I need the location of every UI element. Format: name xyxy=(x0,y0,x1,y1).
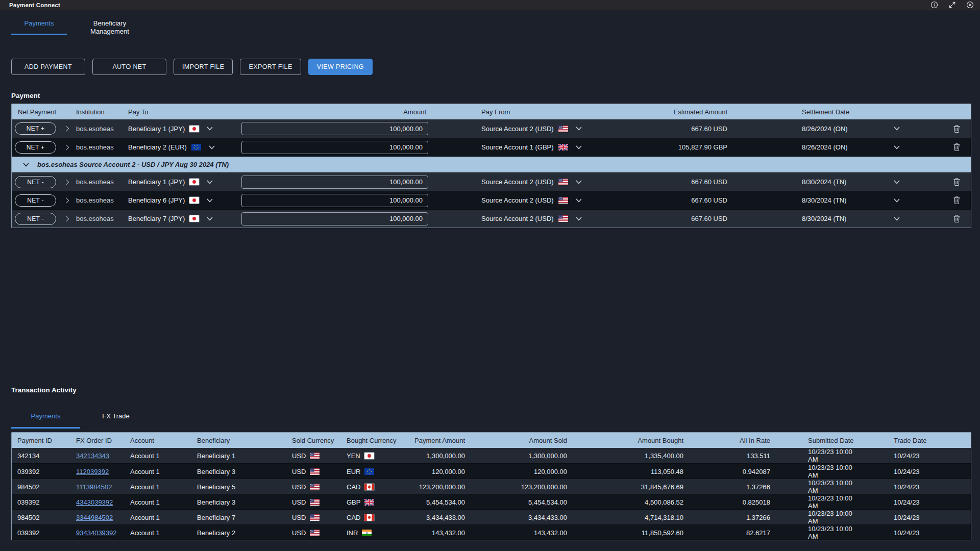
pay-to-label: Beneficiary 1 (JPY) xyxy=(128,178,185,186)
amount-input[interactable] xyxy=(241,212,428,226)
payment-row: NET +bos.esoheasBeneficiary 2 (EUR)Sourc… xyxy=(12,138,971,156)
pay-from-select[interactable]: Source Account 2 (USD) xyxy=(433,215,597,223)
chevron-down-icon[interactable] xyxy=(206,196,214,205)
chevron-down-icon[interactable] xyxy=(208,143,216,152)
all-in-rate: 0.942087 xyxy=(690,468,776,475)
amount-input[interactable] xyxy=(241,176,428,189)
chevron-down-icon[interactable] xyxy=(575,143,583,152)
tab-beneficiary-management[interactable]: Beneficiary Management xyxy=(81,15,138,44)
pay-to-select[interactable]: Beneficiary 1 (JPY) xyxy=(128,124,239,133)
pay-from-label: Source Account 2 (USD) xyxy=(481,196,554,204)
trash-icon[interactable] xyxy=(942,143,971,152)
add-payment-button[interactable]: ADD PAYMENT xyxy=(11,59,85,75)
trade-date: 10/24/23 xyxy=(863,468,971,475)
col-payment-amount: Payment Amount xyxy=(404,437,470,444)
amount-sold: 143,432.00 xyxy=(470,529,572,537)
chevron-down-icon[interactable] xyxy=(206,215,214,223)
estimated-amount: 667.60 USD xyxy=(597,196,734,204)
amount-input[interactable] xyxy=(241,194,428,207)
transaction-table-header: Payment ID FX Order ID Account Beneficia… xyxy=(12,433,971,448)
trash-icon[interactable] xyxy=(942,124,971,133)
import-file-button[interactable]: IMPORT FILE xyxy=(174,59,233,75)
chevron-down-icon[interactable] xyxy=(575,124,583,133)
chevron-down-icon[interactable] xyxy=(881,178,912,186)
fx-order-id-link[interactable]: 112039392 xyxy=(76,468,109,475)
chevron-down-icon[interactable] xyxy=(206,124,214,133)
activity-tab-fx-trade-label: FX Trade xyxy=(102,412,129,420)
chevron-right-icon[interactable] xyxy=(59,124,76,133)
account-label: Account 1 xyxy=(125,468,191,475)
pay-to-select[interactable]: Beneficiary 7 (JPY) xyxy=(128,215,239,223)
trash-icon[interactable] xyxy=(942,178,971,186)
netting-group-header[interactable]: bos.esoheas Source Account 2 - USD / JPY… xyxy=(12,156,971,172)
fx-order-id-link[interactable]: 4343039392 xyxy=(76,498,113,506)
chevron-down-icon[interactable] xyxy=(575,178,583,186)
institution-label: bos.esoheas xyxy=(76,143,128,151)
submitted-date: 10/23/23 10:00 AM xyxy=(776,525,863,540)
japan-flag-icon xyxy=(189,179,199,185)
payment-amount: 120,000.00 xyxy=(404,468,470,475)
payment-row: NET -bos.esoheasBeneficiary 7 (JPY)Sourc… xyxy=(12,209,971,228)
net-toggle-button[interactable]: NET + xyxy=(15,141,56,154)
settlement-date: 8/30/2024 (TN) xyxy=(734,215,881,222)
pay-from-select[interactable]: Source Account 2 (USD) xyxy=(433,124,597,133)
pay-from-select[interactable]: Source Account 2 (USD) xyxy=(433,196,597,205)
chevron-down-icon[interactable] xyxy=(881,143,912,152)
chevron-right-icon[interactable] xyxy=(59,215,76,223)
trash-icon[interactable] xyxy=(942,196,971,205)
payment-amount: 5,454,534.00 xyxy=(404,498,470,506)
all-in-rate: 0.825018 xyxy=(690,498,776,506)
chevron-down-icon[interactable] xyxy=(881,215,912,223)
view-pricing-button[interactable]: VIEW PRICING xyxy=(308,59,373,75)
pay-to-select[interactable]: Beneficiary 2 (EUR) xyxy=(128,143,239,152)
chevron-right-icon[interactable] xyxy=(59,143,76,152)
pay-to-label: Beneficiary 1 (JPY) xyxy=(128,125,185,133)
amount-input[interactable] xyxy=(241,141,428,154)
activity-tab-payments[interactable]: Payments xyxy=(11,411,80,429)
net-toggle-button[interactable]: NET - xyxy=(15,213,56,225)
chevron-down-icon[interactable] xyxy=(22,161,30,169)
fx-order-id-link[interactable]: 93434039392 xyxy=(76,529,117,537)
beneficiary-label: Beneficiary 3 xyxy=(191,498,286,506)
maximize-icon[interactable] xyxy=(948,1,956,9)
amount-sold: 1,300,000.00 xyxy=(470,452,572,460)
chevron-down-icon[interactable] xyxy=(881,196,912,205)
col-institution: Institution xyxy=(76,108,128,116)
info-icon[interactable] xyxy=(930,1,938,9)
export-file-button[interactable]: EXPORT FILE xyxy=(240,59,301,75)
amount-bought: 4,714,318.10 xyxy=(572,514,690,521)
transaction-row: 9845021113984502Account 1Beneficiary 5US… xyxy=(12,479,971,494)
chevron-right-icon[interactable] xyxy=(59,196,76,205)
payment-id: 342134 xyxy=(12,452,71,460)
close-icon[interactable] xyxy=(966,1,974,9)
pay-from-select[interactable]: Source Account 2 (USD) xyxy=(433,178,597,186)
auto-net-button[interactable]: AUTO NET xyxy=(92,59,166,75)
activity-tab-fx-trade[interactable]: FX Trade xyxy=(85,411,146,429)
net-toggle-button[interactable]: NET + xyxy=(15,122,56,135)
pay-to-select[interactable]: Beneficiary 1 (JPY) xyxy=(128,178,239,186)
activity-tab-payments-label: Payments xyxy=(31,412,61,420)
trash-icon[interactable] xyxy=(942,214,971,223)
chevron-down-icon[interactable] xyxy=(575,196,583,205)
net-toggle-button[interactable]: NET - xyxy=(15,194,56,207)
uk-flag-icon xyxy=(364,499,374,506)
amount-input[interactable] xyxy=(241,122,428,135)
settlement-date: 8/30/2024 (TN) xyxy=(734,178,881,186)
settlement-date: 8/26/2024 (ON) xyxy=(734,125,881,133)
pay-to-select[interactable]: Beneficiary 6 (JPY) xyxy=(128,196,239,205)
chevron-down-icon[interactable] xyxy=(881,124,912,133)
tab-payments[interactable]: Payments xyxy=(11,15,67,35)
chevron-down-icon[interactable] xyxy=(575,215,583,223)
net-toggle-button[interactable]: NET - xyxy=(15,176,56,188)
fx-order-id-link[interactable]: 342134343 xyxy=(76,452,109,460)
pay-from-select[interactable]: Source Account 1 (GBP) xyxy=(433,143,597,152)
fx-order-id-link[interactable]: 3344984502 xyxy=(76,514,113,521)
col-trade-date: Trade Date xyxy=(863,437,971,444)
fx-order-id-link[interactable]: 1113984502 xyxy=(76,483,112,491)
us-flag-icon xyxy=(310,468,320,475)
account-label: Account 1 xyxy=(125,452,191,460)
chevron-down-icon[interactable] xyxy=(206,178,214,186)
col-settlement-date: Settlement Date xyxy=(734,108,881,116)
estimated-amount: 667.60 USD xyxy=(597,178,734,186)
chevron-right-icon[interactable] xyxy=(59,178,76,186)
